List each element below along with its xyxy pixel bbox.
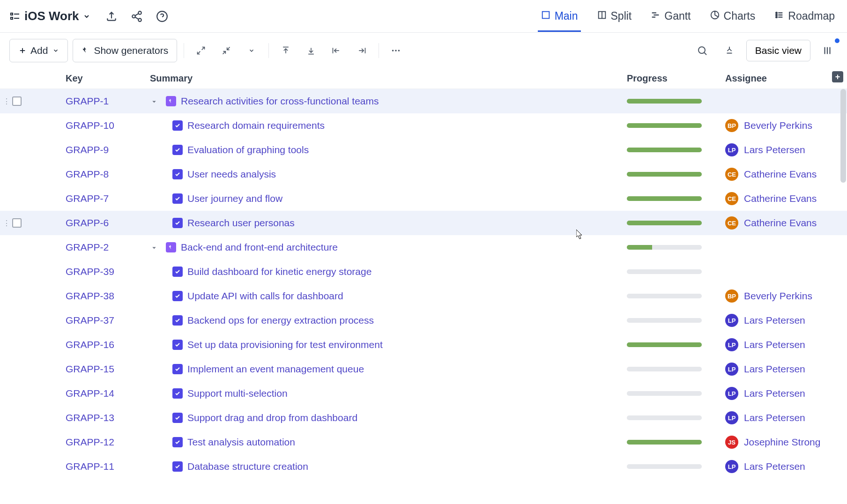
indent-icon[interactable] — [351, 40, 372, 61]
progress-bar[interactable] — [627, 294, 702, 298]
drag-handle-icon[interactable]: ⋮⋮ — [3, 267, 9, 276]
table-row[interactable]: ⋮⋮ GRAPP-38 Update API with calls for da… — [0, 284, 847, 308]
table-row[interactable]: ⋮⋮ GRAPP-37 Backend ops for energy extra… — [0, 308, 847, 333]
help-icon[interactable] — [156, 10, 168, 22]
add-column-button[interactable]: + — [832, 71, 843, 82]
table-row[interactable]: ⋮⋮ GRAPP-14 Support multi-selection LP L… — [0, 381, 847, 406]
drag-handle-icon[interactable]: ⋮⋮ — [3, 194, 9, 203]
summary-link[interactable]: Backend ops for energy extraction proces… — [187, 315, 374, 326]
drag-handle-icon[interactable]: ⋮⋮ — [3, 146, 9, 155]
move-up-icon[interactable] — [275, 40, 296, 61]
summary-link[interactable]: Research domain requirements — [187, 120, 325, 131]
assignee-cell[interactable]: BP Beverly Perkins — [716, 119, 847, 132]
row-checkbox[interactable] — [12, 170, 22, 179]
issue-key[interactable]: GRAPP-10 — [41, 120, 150, 131]
issue-key[interactable]: GRAPP-15 — [41, 363, 150, 375]
basic-view-button[interactable]: Basic view — [746, 40, 810, 61]
table-row[interactable]: ⋮⋮ GRAPP-16 Set up data provisioning for… — [0, 333, 847, 357]
issue-key[interactable]: GRAPP-1 — [41, 96, 150, 107]
issue-key[interactable]: GRAPP-16 — [41, 339, 150, 350]
table-row[interactable]: ⋮⋮ GRAPP-15 Implement an event managemen… — [0, 357, 847, 381]
issue-key[interactable]: GRAPP-39 — [41, 266, 150, 277]
scrollbar-vertical[interactable] — [840, 89, 846, 183]
drag-handle-icon[interactable]: ⋮⋮ — [3, 97, 9, 106]
summary-link[interactable]: Research activities for cross-functional… — [181, 96, 379, 107]
assignee-cell[interactable]: LP Lars Petersen — [716, 411, 847, 424]
row-checkbox[interactable] — [12, 437, 22, 447]
issue-key[interactable]: GRAPP-8 — [41, 169, 150, 180]
table-row[interactable]: ⋮⋮ GRAPP-8 User needs analysis CE Cather… — [0, 162, 847, 186]
assignee-cell[interactable]: LP Lars Petersen — [716, 143, 847, 156]
issue-key[interactable]: GRAPP-7 — [41, 193, 150, 204]
progress-bar[interactable] — [627, 221, 702, 225]
chevron-down-icon[interactable] — [241, 40, 262, 61]
add-button[interactable]: Add — [9, 39, 68, 62]
progress-bar[interactable] — [627, 123, 702, 128]
row-checkbox[interactable] — [12, 291, 22, 301]
summary-link[interactable]: Implement an event management queue — [187, 363, 364, 375]
row-checkbox[interactable] — [12, 316, 22, 325]
assignee-cell[interactable]: CE Catherine Evans — [716, 216, 847, 230]
table-row[interactable]: ⋮⋮ GRAPP-9 Evaluation of graphing tools … — [0, 138, 847, 162]
progress-bar[interactable] — [627, 196, 702, 201]
issue-key[interactable]: GRAPP-11 — [41, 461, 150, 472]
issue-key[interactable]: GRAPP-13 — [41, 412, 150, 423]
summary-link[interactable]: Support multi-selection — [187, 388, 288, 399]
progress-bar[interactable] — [627, 148, 702, 152]
summary-link[interactable]: Update API with calls for dashboard — [187, 290, 343, 302]
table-row[interactable]: ⋮⋮ GRAPP-1 Research activities for cross… — [0, 89, 847, 113]
tab-charts[interactable]: Charts — [707, 1, 758, 31]
show-generators-button[interactable]: Show generators — [73, 39, 177, 62]
issue-key[interactable]: GRAPP-37 — [41, 315, 150, 326]
move-down-icon[interactable] — [301, 40, 321, 61]
chevron-down-icon[interactable] — [150, 243, 158, 252]
summary-link[interactable]: User journey and flow — [187, 193, 282, 204]
row-checkbox[interactable] — [12, 96, 22, 106]
progress-bar[interactable] — [627, 440, 702, 445]
outdent-icon[interactable] — [326, 40, 347, 61]
table-row[interactable]: ⋮⋮ GRAPP-2 Back-end and front-end archit… — [0, 235, 847, 259]
row-checkbox[interactable] — [12, 389, 22, 398]
progress-bar[interactable] — [627, 464, 702, 469]
summary-link[interactable]: Database structure creation — [187, 461, 308, 472]
table-row[interactable]: ⋮⋮ GRAPP-12 Test analysis automation JS … — [0, 430, 847, 454]
drag-handle-icon[interactable]: ⋮⋮ — [3, 170, 9, 179]
row-checkbox[interactable] — [12, 145, 22, 155]
share-icon[interactable] — [131, 10, 143, 22]
row-checkbox[interactable] — [12, 121, 22, 130]
row-checkbox[interactable] — [12, 267, 22, 276]
assignee-cell[interactable]: CE Catherine Evans — [716, 168, 847, 181]
issue-key[interactable]: GRAPP-9 — [41, 144, 150, 156]
summary-link[interactable]: Evaluation of graphing tools — [187, 144, 309, 156]
progress-bar[interactable] — [627, 318, 702, 323]
issue-key[interactable]: GRAPP-12 — [41, 437, 150, 448]
column-summary[interactable]: Summary — [150, 73, 627, 84]
row-checkbox[interactable] — [12, 194, 22, 203]
drag-handle-icon[interactable]: ⋮⋮ — [3, 243, 9, 252]
column-assignee[interactable]: Assignee — [716, 73, 847, 84]
progress-bar[interactable] — [627, 269, 702, 274]
progress-bar[interactable] — [627, 367, 702, 371]
row-checkbox[interactable] — [12, 218, 22, 228]
drag-handle-icon[interactable]: ⋮⋮ — [3, 365, 9, 374]
more-icon[interactable] — [386, 40, 406, 61]
table-row[interactable]: ⋮⋮ GRAPP-39 Build dashboard for kinetic … — [0, 259, 847, 284]
summary-link[interactable]: Build dashboard for kinetic energy stora… — [187, 266, 371, 277]
tab-roadmap[interactable]: Roadmap — [771, 1, 838, 31]
table-row[interactable]: ⋮⋮ GRAPP-13 Support drag and drop from d… — [0, 406, 847, 430]
filter-icon[interactable] — [719, 40, 740, 61]
column-key[interactable]: Key — [66, 73, 150, 84]
drag-handle-icon[interactable]: ⋮⋮ — [3, 292, 9, 301]
chevron-down-icon[interactable] — [150, 97, 158, 105]
table-row[interactable]: ⋮⋮ GRAPP-10 Research domain requirements… — [0, 113, 847, 138]
columns-icon[interactable] — [817, 40, 838, 61]
row-checkbox[interactable] — [12, 243, 22, 252]
tab-main[interactable]: Main — [538, 1, 581, 31]
expand-icon[interactable] — [191, 40, 211, 61]
assignee-cell[interactable]: BP Beverly Perkins — [716, 289, 847, 303]
progress-bar[interactable] — [627, 99, 702, 104]
drag-handle-icon[interactable]: ⋮⋮ — [3, 389, 9, 398]
summary-link[interactable]: Test analysis automation — [187, 437, 295, 448]
progress-bar[interactable] — [627, 245, 702, 250]
drag-handle-icon[interactable]: ⋮⋮ — [3, 316, 9, 325]
